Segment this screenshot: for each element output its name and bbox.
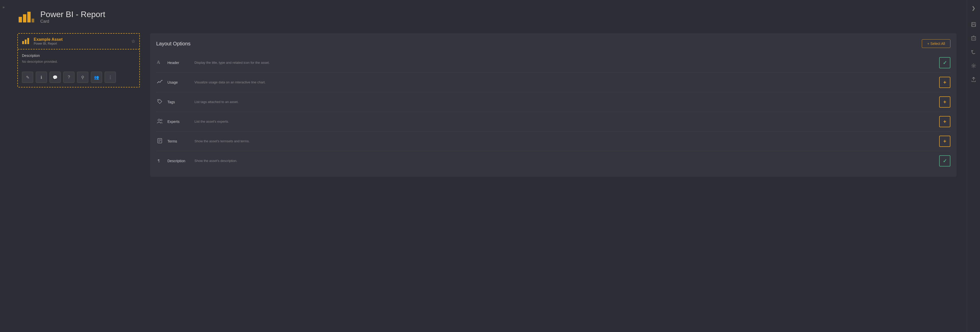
help-button[interactable]: ? [63, 71, 75, 83]
svg-rect-0 [19, 17, 22, 22]
experts-icon [156, 119, 163, 124]
terms-icon [156, 138, 163, 145]
select-all-button[interactable]: + Select All [922, 39, 950, 48]
users-button[interactable]: 👥 [91, 71, 102, 83]
experts-toggle[interactable]: + [939, 116, 950, 127]
svg-point-9 [158, 119, 160, 121]
svg-rect-17 [972, 22, 974, 24]
header-text: Power BI - Report Card [40, 10, 105, 24]
content-area: Example Asset Power BI, Report ☆ Descrip… [18, 33, 956, 177]
usage-label: Usage [167, 80, 190, 84]
upload-button[interactable] [969, 75, 978, 84]
page-title: Power BI - Report [40, 10, 105, 19]
svg-rect-1 [23, 14, 26, 22]
description-option-label: Description [167, 159, 190, 163]
save-button[interactable] [969, 20, 978, 29]
settings-button[interactable] [969, 61, 978, 70]
card-asset-icon [22, 38, 30, 45]
card-actions: ✎ ℹ 💬 ? ⚲ 👥 [18, 68, 139, 87]
header-toggle[interactable]: ✓ [939, 57, 950, 68]
svg-rect-6 [27, 38, 29, 44]
terms-label: Terms [167, 139, 190, 143]
header-desc: Display the title, type and related icon… [194, 60, 935, 65]
description-text: No description provided. [22, 60, 135, 64]
experts-label: Experts [167, 119, 190, 124]
page-subtitle: Card [40, 19, 105, 24]
svg-rect-18 [972, 25, 975, 27]
undo-button[interactable] [969, 48, 978, 57]
option-row-description: ¶ Description Show the asset's descripti… [156, 151, 950, 171]
option-row-experts: Experts List the asset's experts. + [156, 112, 950, 132]
usage-toggle[interactable]: + [939, 77, 950, 88]
option-row-tags: Tags List tags attached to an asset. + [156, 92, 950, 112]
svg-text:𝔸: 𝔸 [157, 60, 160, 65]
svg-rect-5 [25, 40, 27, 44]
experts-desc: List the asset's experts. [194, 119, 935, 124]
tags-icon [156, 99, 163, 105]
terms-desc: Show the asset's termsets and terms. [194, 139, 935, 144]
edit-button[interactable]: ✎ [22, 71, 33, 83]
search-icon: ⚲ [81, 75, 84, 80]
card-asset-type: Power BI, Report [34, 42, 62, 45]
expand-icon[interactable]: » [3, 5, 5, 9]
tags-label: Tags [167, 100, 190, 104]
search-button[interactable]: ⚲ [77, 71, 88, 83]
svg-rect-3 [32, 19, 34, 22]
tags-desc: List tags attached to an asset. [194, 99, 935, 105]
svg-point-24 [973, 65, 974, 67]
card-asset-name: Example Asset [34, 37, 62, 42]
tags-toggle[interactable]: + [939, 96, 950, 108]
page-header: Power BI - Report Card [18, 8, 956, 25]
card-description-area: Description No description provided. [18, 49, 139, 68]
svg-rect-4 [22, 41, 24, 44]
card-asset-info: Example Asset Power BI, Report [34, 37, 62, 45]
description-option-desc: Show the asset's description. [194, 158, 935, 164]
comment-button[interactable]: 💬 [49, 71, 61, 83]
users-icon: 👥 [94, 75, 99, 80]
info-icon: ℹ [41, 75, 42, 80]
help-icon: ? [68, 75, 70, 79]
description-toggle[interactable]: ✓ [939, 155, 950, 167]
option-row-usage: Usage Visualize usage data on an interac… [156, 73, 950, 92]
info-button[interactable]: ℹ [36, 71, 47, 83]
share-icon: ⋮ [108, 75, 112, 80]
select-all-label: + Select All [927, 41, 945, 46]
right-sidebar: ❯ [967, 0, 980, 332]
layout-options-header: Layout Options + Select All [156, 39, 950, 48]
usage-icon [156, 79, 163, 85]
app-icon [18, 8, 35, 25]
description-label: Description [22, 54, 135, 58]
card-asset-left: Example Asset Power BI, Report [22, 37, 62, 45]
usage-desc: Visualize usage data on an interactive l… [194, 80, 935, 85]
option-row-header: 𝔸 Header Display the title, type and rel… [156, 53, 950, 73]
layout-options-title: Layout Options [156, 41, 191, 47]
share-button[interactable]: ⋮ [105, 71, 116, 83]
layout-options-panel: Layout Options + Select All 𝔸 Header Dis… [150, 33, 956, 177]
header-icon: 𝔸 [156, 60, 163, 66]
comment-icon: 💬 [52, 75, 58, 80]
svg-rect-19 [972, 37, 976, 40]
delete-button[interactable] [969, 34, 978, 43]
description-icon: ¶ [156, 158, 163, 164]
favorite-star[interactable]: ☆ [131, 38, 135, 44]
svg-point-10 [161, 119, 162, 121]
left-sidebar-toggle[interactable]: » [0, 0, 7, 332]
header-label: Header [167, 61, 190, 65]
chevron-right-icon: ❯ [972, 5, 975, 11]
card-preview: Example Asset Power BI, Report ☆ Descrip… [18, 33, 140, 87]
main-content: Power BI - Report Card [7, 0, 967, 332]
edit-icon: ✎ [26, 75, 29, 80]
card-outer: Example Asset Power BI, Report ☆ Descrip… [18, 33, 140, 87]
svg-text:¶: ¶ [158, 158, 160, 163]
card-asset-header: Example Asset Power BI, Report ☆ [18, 34, 139, 49]
option-row-terms: Terms Show the asset's termsets and term… [156, 132, 950, 151]
terms-toggle[interactable]: + [939, 136, 950, 147]
collapse-sidebar-button[interactable]: ❯ [969, 3, 978, 13]
svg-rect-2 [27, 12, 30, 22]
svg-point-8 [159, 100, 159, 101]
